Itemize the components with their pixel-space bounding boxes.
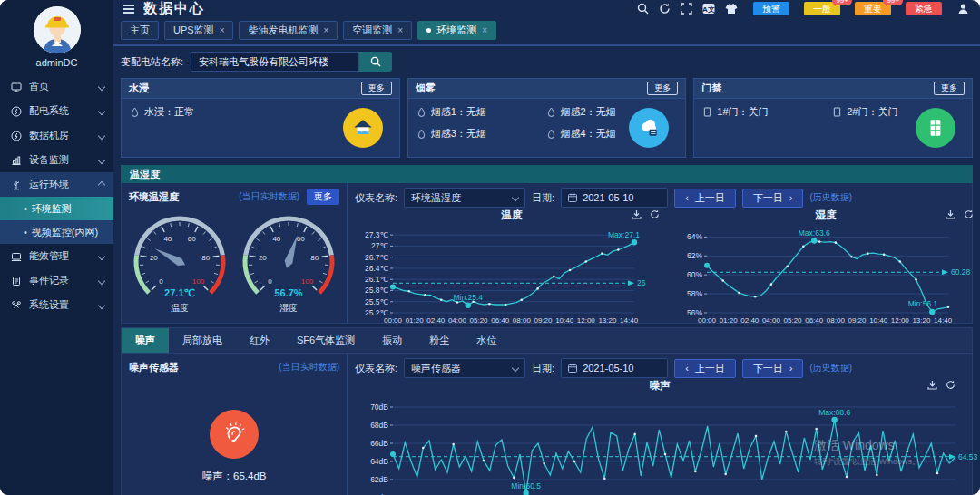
- refresh-icon[interactable]: [650, 209, 660, 221]
- water-more-button[interactable]: 更多: [361, 82, 392, 95]
- svg-text:Max:63.6: Max:63.6: [799, 228, 830, 238]
- next-day-button[interactable]: 下一日›: [742, 189, 804, 208]
- noise-date-picker[interactable]: 2021-05-10: [561, 358, 668, 378]
- svg-text:70dB: 70dB: [370, 403, 388, 412]
- refresh-icon[interactable]: [659, 3, 671, 15]
- prev-day-button[interactable]: ‹上一日: [674, 359, 736, 378]
- sidebar-item-运行环境[interactable]: 运行环境: [0, 172, 113, 197]
- alert-button-紧急[interactable]: 紧急: [906, 2, 942, 15]
- water-card-title: 水浸: [129, 82, 149, 95]
- tab-柴油发电机监测[interactable]: 柴油发电机监测×: [239, 21, 338, 40]
- gauges: 02040608010027.1℃温度02040608010056.7%湿度: [129, 209, 339, 316]
- sensor-tab-红外[interactable]: 红外: [236, 328, 283, 353]
- env-meter-select[interactable]: 环境温湿度: [404, 188, 525, 208]
- svg-text:26.7℃: 26.7℃: [365, 253, 389, 262]
- sidebar-subitem-视频监控(内网)[interactable]: •视频监控(内网): [0, 220, 113, 244]
- svg-text:Min:25.4: Min:25.4: [453, 293, 483, 302]
- user-icon[interactable]: [957, 3, 969, 15]
- sidebar-item-事件记录[interactable]: 事件记录: [0, 268, 113, 293]
- sensor-tab-噪声[interactable]: 噪声: [122, 328, 169, 353]
- translate-icon[interactable]: A文: [702, 3, 715, 15]
- station-search-input[interactable]: [191, 52, 359, 72]
- svg-text:Max:27.1: Max:27.1: [608, 230, 640, 239]
- sidebar-item-能效管理[interactable]: 能效管理: [0, 244, 113, 268]
- noise-ear-icon: [210, 410, 259, 459]
- theme-shirt-icon[interactable]: [725, 3, 738, 15]
- svg-text:00:00: 00:00: [384, 316, 403, 325]
- tab-环境监测[interactable]: 环境监测×: [417, 21, 496, 40]
- history-data-link[interactable]: (历史数据): [809, 362, 852, 374]
- svg-text:14:40: 14:40: [620, 316, 639, 325]
- active-dot: [426, 28, 431, 33]
- svg-text:05:20: 05:20: [784, 316, 803, 325]
- door-status-item: 1#门：关门: [703, 105, 833, 119]
- noise-meter-select[interactable]: 噪声传感器: [404, 358, 525, 378]
- sensor-tab-水位[interactable]: 水位: [463, 328, 510, 353]
- close-icon[interactable]: ×: [397, 26, 403, 35]
- alert-button-重要[interactable]: 重要99+: [855, 2, 891, 15]
- search-icon[interactable]: [637, 3, 649, 15]
- tab-空调监测[interactable]: 空调监测×: [343, 21, 412, 40]
- close-icon[interactable]: ×: [482, 26, 487, 35]
- smoke-more-button[interactable]: 更多: [647, 82, 678, 95]
- svg-text:02:40: 02:40: [426, 316, 446, 325]
- refresh-icon[interactable]: [946, 380, 956, 392]
- history-data-link[interactable]: (历史数据): [809, 191, 852, 204]
- sidebar-item-数据机房[interactable]: 数据机房: [0, 123, 113, 148]
- station-search-button[interactable]: [359, 52, 392, 72]
- download-icon[interactable]: [927, 380, 937, 392]
- door-card-title: 门禁: [701, 82, 721, 95]
- sensor-tabs: 噪声局部放电红外SF6气体监测振动粉尘水位: [121, 327, 973, 353]
- download-icon[interactable]: [632, 209, 642, 221]
- refresh-icon[interactable]: [964, 209, 974, 221]
- sidebar-item-首页[interactable]: 首页: [0, 74, 113, 99]
- device-monitor-icon: [11, 155, 22, 166]
- noise-chart-controls: 仪表名称: 噪声传感器 日期: 2021-05-10 ‹上一日 下一日› (历史…: [355, 358, 965, 378]
- noise-chart: 噪声 70dB68dB66dB64dB62dB60dB00:0000:3501:…: [355, 378, 965, 495]
- close-icon[interactable]: ×: [323, 26, 328, 35]
- sidebar-item-配电系统[interactable]: 配电系统: [0, 99, 113, 123]
- close-icon[interactable]: ×: [220, 26, 225, 35]
- svg-text:04:00: 04:00: [448, 316, 467, 325]
- download-icon[interactable]: [946, 209, 956, 221]
- svg-text:10:40: 10:40: [555, 316, 574, 325]
- tab-UPS监测[interactable]: UPS监测×: [164, 21, 233, 40]
- next-day-button[interactable]: 下一日›: [742, 359, 804, 378]
- sidebar-item-设备监测[interactable]: 设备监测: [0, 148, 113, 172]
- water-card: 水浸 更多 水浸：正常: [121, 78, 400, 158]
- svg-text:40: 40: [272, 235, 280, 243]
- svg-text:13:20: 13:20: [912, 316, 931, 325]
- env-date-picker[interactable]: 2021-05-10: [561, 188, 668, 208]
- sensor-tab-振动[interactable]: 振动: [368, 328, 416, 353]
- svg-text:68dB: 68dB: [370, 421, 388, 430]
- svg-text:0: 0: [268, 277, 272, 286]
- svg-text:09:20: 09:20: [534, 316, 553, 325]
- svg-text:0: 0: [159, 277, 163, 286]
- droplet-icon: [131, 107, 139, 117]
- sensor-tab-粉尘[interactable]: 粉尘: [416, 328, 463, 353]
- svg-text:06:40: 06:40: [491, 316, 510, 325]
- hamburger-menu-icon[interactable]: [122, 3, 134, 15]
- door-icon: [833, 107, 841, 117]
- svg-text:40: 40: [163, 235, 172, 243]
- temp-humidity-panel: 温湿度 环境温湿度 (当日实时数据) 更多 02040608010027.1℃温…: [121, 165, 973, 324]
- station-search-row: 变配电站名称:: [113, 46, 980, 76]
- tab-主页[interactable]: 主页: [121, 21, 159, 40]
- svg-text:56.7%: 56.7%: [274, 287, 302, 298]
- chevron-down-icon: [98, 252, 105, 259]
- door-icon: [703, 107, 711, 117]
- fullscreen-icon[interactable]: [681, 3, 692, 15]
- door-more-button[interactable]: 更多: [934, 82, 965, 95]
- svg-text:00:00: 00:00: [698, 316, 717, 325]
- alert-button-一般[interactable]: 一般99+: [804, 2, 840, 15]
- prev-day-button[interactable]: ‹上一日: [674, 189, 736, 208]
- env-more-button[interactable]: 更多: [307, 189, 339, 205]
- sensor-tab-局部放电[interactable]: 局部放电: [169, 328, 236, 353]
- sidebar-item-系统设置[interactable]: 系统设置: [0, 293, 113, 317]
- alert-button-预警[interactable]: 预警: [753, 2, 789, 15]
- sensor-tab-SF6气体监测[interactable]: SF6气体监测: [283, 328, 368, 353]
- gauge-湿度: 02040608010056.7%湿度: [238, 209, 339, 316]
- svg-text:12:00: 12:00: [577, 316, 596, 325]
- droplet-icon: [417, 107, 426, 117]
- sidebar-subitem-环境监测[interactable]: •环境监测: [0, 197, 113, 220]
